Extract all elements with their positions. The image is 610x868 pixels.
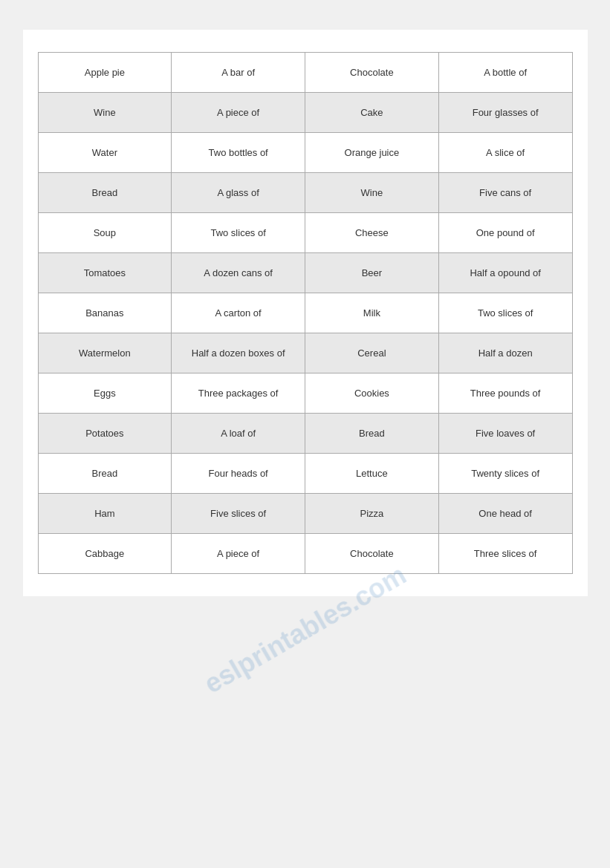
table-cell: One pound of	[438, 213, 572, 253]
table-cell: Cake	[305, 93, 439, 133]
table-row: TomatoesA dozen cans ofBeerHalf a opound…	[38, 253, 572, 293]
table-cell: Bread	[305, 414, 439, 454]
table-cell: Two bottles of	[172, 133, 305, 173]
table-cell: A glass of	[172, 173, 305, 213]
table-cell: A loaf of	[172, 414, 305, 454]
table-cell: A slice of	[438, 133, 572, 173]
table-row: CabbageA piece ofChocolateThree slices o…	[38, 534, 572, 574]
table-cell: Eggs	[38, 373, 172, 414]
table-cell: Watermelon	[38, 333, 172, 373]
table-row: BreadFour heads ofLettuceTwenty slices o…	[38, 454, 572, 494]
table-row: HamFive slices ofPizzaOne head of	[38, 494, 572, 534]
table-cell: Two slices of	[438, 293, 572, 333]
table-cell: Four heads of	[172, 454, 305, 494]
table-cell: Bread	[38, 454, 172, 494]
table-cell: Twenty slices of	[438, 454, 572, 494]
table-cell: Half a dozen	[438, 333, 572, 373]
table-cell: Wine	[38, 93, 172, 133]
table-row: WatermelonHalf a dozen boxes ofCerealHal…	[38, 333, 572, 373]
table-cell: Cereal	[305, 333, 439, 373]
table-cell: Lettuce	[305, 454, 439, 494]
food-table: Apple pieA bar ofChocolateA bottle ofWin…	[38, 52, 573, 574]
table-cell: Three slices of	[438, 534, 572, 574]
table-row: PotatoesA loaf ofBreadFive loaves of	[38, 414, 572, 454]
table-cell: Cabbage	[38, 534, 172, 574]
table-cell: Tomatoes	[38, 253, 172, 293]
table-cell: Half a opound of	[438, 253, 572, 293]
table-cell: Cheese	[305, 213, 439, 253]
table-cell: A piece of	[172, 93, 305, 133]
table-cell: A carton of	[172, 293, 305, 333]
table-cell: Bananas	[38, 293, 172, 333]
table-cell: Three pounds of	[438, 373, 572, 414]
table-cell: Beer	[305, 253, 439, 293]
table-row: BananasA carton ofMilkTwo slices of	[38, 293, 572, 333]
table-row: SoupTwo slices ofCheeseOne pound of	[38, 213, 572, 253]
table-cell: Half a dozen boxes of	[172, 333, 305, 373]
table-cell: Chocolate	[305, 534, 439, 574]
table-cell: Milk	[305, 293, 439, 333]
table-cell: Three packages of	[172, 373, 305, 414]
table-cell: Pizza	[305, 494, 439, 534]
table-cell: Five cans of	[438, 173, 572, 213]
table-row: WaterTwo bottles ofOrange juiceA slice o…	[38, 133, 572, 173]
table-cell: A piece of	[172, 534, 305, 574]
table-cell: Soup	[38, 213, 172, 253]
table-cell: Wine	[305, 173, 439, 213]
table-cell: Potatoes	[38, 414, 172, 454]
table-row: WineA piece ofCakeFour glasses of	[38, 93, 572, 133]
table-cell: Five slices of	[172, 494, 305, 534]
table-cell: A bottle of	[438, 53, 572, 93]
table-cell: Bread	[38, 173, 172, 213]
table-row: Apple pieA bar ofChocolateA bottle of	[38, 53, 572, 93]
table-cell: Five loaves of	[438, 414, 572, 454]
table-cell: Orange juice	[305, 133, 439, 173]
table-cell: Two slices of	[172, 213, 305, 253]
table-cell: Apple pie	[38, 53, 172, 93]
page-container: Apple pieA bar ofChocolateA bottle ofWin…	[23, 30, 588, 596]
table-row: BreadA glass ofWineFive cans of	[38, 173, 572, 213]
table-cell: One head of	[438, 494, 572, 534]
table-cell: Ham	[38, 494, 172, 534]
table-row: EggsThree packages ofCookiesThree pounds…	[38, 373, 572, 414]
table-cell: Cookies	[305, 373, 439, 414]
table-cell: Water	[38, 133, 172, 173]
table-cell: A bar of	[172, 53, 305, 93]
table-cell: A dozen cans of	[172, 253, 305, 293]
table-cell: Chocolate	[305, 53, 439, 93]
table-cell: Four glasses of	[438, 93, 572, 133]
